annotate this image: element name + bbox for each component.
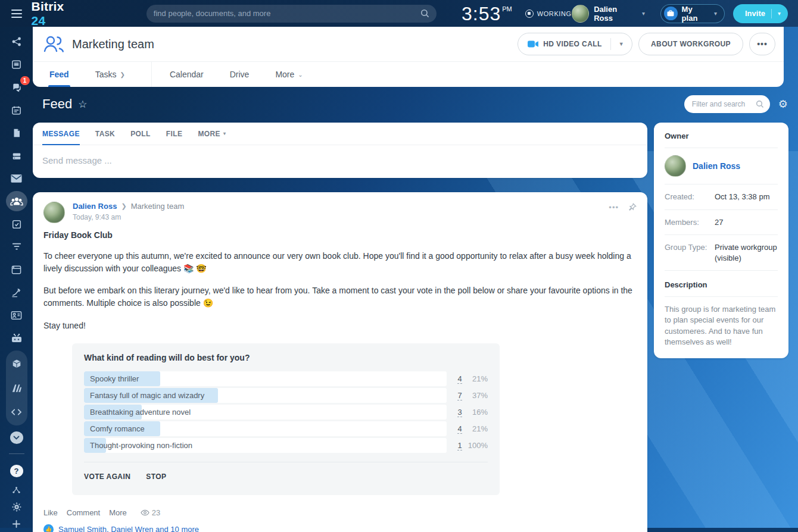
search-icon[interactable] xyxy=(420,9,429,18)
composer-tab-poll[interactable]: POLL xyxy=(130,123,151,145)
docs-icon[interactable] xyxy=(6,123,27,143)
composer-tab-more[interactable]: MORE▾ xyxy=(198,123,226,145)
chat-badge: 1 xyxy=(20,76,30,85)
automation-icon[interactable] xyxy=(6,353,27,375)
tab-feed[interactable]: Feed xyxy=(49,62,69,87)
composer-tab-file[interactable]: FILE xyxy=(166,123,183,145)
group-type-value: Private workgroup (visible) xyxy=(715,242,778,263)
crm-icon[interactable] xyxy=(6,237,27,257)
sign-icon[interactable] xyxy=(6,282,27,302)
global-search-input[interactable] xyxy=(154,9,420,18)
working-status[interactable]: WORKING xyxy=(525,10,572,18)
workgroup-more-button[interactable]: ••• xyxy=(749,33,775,55)
invite-label: Invite xyxy=(745,9,765,18)
description-text: This group is for marketing team to plan… xyxy=(665,304,778,348)
poll-option-bar[interactable]: Fantasy full of magic and wizadry xyxy=(84,388,447,403)
divider xyxy=(665,209,778,210)
user-avatar[interactable] xyxy=(572,5,589,23)
more-button[interactable]: More xyxy=(109,508,127,517)
divider xyxy=(665,270,778,271)
members-value: 27 xyxy=(715,217,723,228)
chevron-right-icon: ❯ xyxy=(121,202,126,210)
thumbs-up-icon[interactable]: 👍 xyxy=(43,524,54,532)
likers-link[interactable]: Samuel Smith, Daniel Wren and 10 more xyxy=(58,525,199,532)
structure-icon[interactable] xyxy=(12,486,21,494)
sidebar-expand-icon[interactable] xyxy=(10,431,23,444)
post-timestamp: Today, 9:43 am xyxy=(73,213,184,221)
group-info-panel: Owner Dalien Ross Created: Oct 13, 3:38 … xyxy=(654,123,788,358)
divider xyxy=(665,296,778,297)
hd-video-call-button[interactable]: HD VIDEO CALL ▼ xyxy=(518,33,632,55)
drive-icon[interactable] xyxy=(6,145,27,165)
main-area: Marketing team HD VIDEO CALL ▼ ABOUT WOR… xyxy=(33,27,798,532)
poll-option-bar[interactable]: Spooky thriller xyxy=(84,371,447,386)
pin-icon[interactable] xyxy=(628,203,637,211)
post-author-link[interactable]: Dalien Ross xyxy=(73,202,117,211)
calendar-icon[interactable] xyxy=(6,100,27,120)
add-icon[interactable] xyxy=(13,520,20,528)
divider xyxy=(665,148,778,148)
tab-tasks[interactable]: Tasks❯ xyxy=(95,62,125,87)
composer-tab-task[interactable]: TASK xyxy=(95,123,115,145)
tab-more[interactable]: More⌄ xyxy=(275,62,303,87)
composer-tab-message[interactable]: MESSAGE xyxy=(42,123,80,145)
divider xyxy=(665,184,778,184)
tab-divider xyxy=(151,62,152,87)
market-icon[interactable] xyxy=(6,377,27,399)
like-button[interactable]: Like xyxy=(43,508,58,517)
global-search[interactable] xyxy=(146,5,437,23)
chevron-down-icon: ▾ xyxy=(778,10,781,17)
invite-button[interactable]: Invite ▾ xyxy=(733,4,788,23)
tab-calendar[interactable]: Calendar xyxy=(170,62,204,87)
copilot-icon[interactable] xyxy=(6,328,27,348)
help-icon[interactable]: ? xyxy=(10,465,23,477)
feed-settings-gear-icon[interactable]: ⚙ xyxy=(778,98,788,111)
user-name: Dalien Ross xyxy=(594,5,637,23)
poll-option-bar[interactable]: Comfy romance xyxy=(84,421,447,436)
owner-heading: Owner xyxy=(665,132,778,140)
settings-icon[interactable] xyxy=(12,502,21,512)
group-type-label: Group Type: xyxy=(665,242,715,263)
filter-search-input[interactable] xyxy=(692,100,756,108)
filter-search[interactable] xyxy=(684,95,770,113)
poll-option-bar[interactable]: Thought-provoking non-fiction xyxy=(84,438,447,453)
favorite-star-icon[interactable]: ☆ xyxy=(78,98,87,111)
send-message-input[interactable] xyxy=(42,155,638,165)
created-value: Oct 13, 3:38 pm xyxy=(715,192,770,202)
clock[interactable]: 3:53PM xyxy=(462,4,512,23)
tab-drive[interactable]: Drive xyxy=(230,62,250,87)
owner-name-link[interactable]: Dalien Ross xyxy=(693,161,740,171)
vote-again-button[interactable]: VOTE AGAIN xyxy=(84,472,130,481)
feed-icon[interactable] xyxy=(6,54,27,74)
menu-icon[interactable] xyxy=(9,6,24,21)
poll-option-bar[interactable]: Breathtaking adventure novel xyxy=(84,405,447,420)
mail-icon[interactable] xyxy=(6,168,27,189)
about-workgroup-button[interactable]: ABOUT WORKGROUP xyxy=(638,33,743,55)
poll-question: What kind of reading will do best for yo… xyxy=(84,353,488,362)
contact-center-icon[interactable] xyxy=(6,305,27,326)
feed-toolbar: Feed☆ ⚙ xyxy=(33,87,798,121)
sidebar-divider xyxy=(9,453,24,454)
workgroups-icon-active[interactable] xyxy=(6,191,27,211)
collab-icon[interactable] xyxy=(6,32,27,52)
post-more-icon[interactable]: ••• xyxy=(609,203,619,212)
poll: What kind of reading will do best for yo… xyxy=(72,343,500,495)
my-plan-button[interactable]: My plan ▾ xyxy=(660,4,725,23)
bitrix-logo[interactable]: Bitrix 24 xyxy=(32,0,81,28)
divider xyxy=(665,234,778,235)
poll-votes: 1 xyxy=(447,441,462,450)
user-menu[interactable]: Dalien Ross ▾ xyxy=(572,5,645,23)
devops-icon[interactable] xyxy=(6,401,27,423)
comment-button[interactable]: Comment xyxy=(67,508,100,517)
chevron-down-icon[interactable]: ▼ xyxy=(611,41,632,47)
sites-icon[interactable] xyxy=(6,259,27,280)
post-author-avatar[interactable] xyxy=(43,202,65,223)
post-group-link[interactable]: Marketing team xyxy=(131,202,185,211)
owner-avatar[interactable] xyxy=(665,155,686,177)
messenger-icon[interactable]: 1 xyxy=(6,77,27,98)
stop-button[interactable]: STOP xyxy=(146,472,166,481)
tasks-icon[interactable] xyxy=(6,214,27,234)
poll-votes: 3 xyxy=(447,408,462,417)
search-icon[interactable] xyxy=(756,100,764,108)
feed-post: Dalien Ross ❯ Marketing team Today, 9:43… xyxy=(33,192,647,532)
